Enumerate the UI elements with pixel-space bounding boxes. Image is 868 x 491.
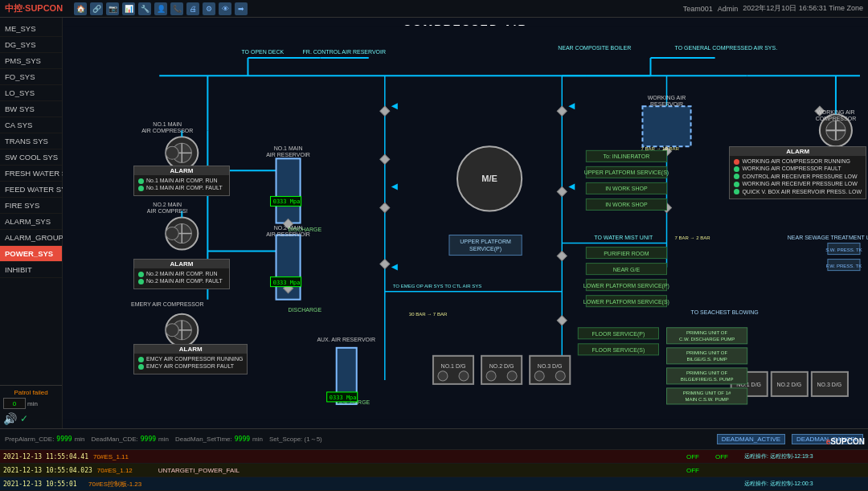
alarm-state1-2: OFF	[686, 467, 710, 474]
deadman-active-button[interactable]: DEADMAN_ACTIVE	[717, 434, 785, 444]
sidebar-item-ca-sys[interactable]: CA SYS	[0, 117, 62, 133]
alarm-box-1: ALARM No.1 MAIN AIR COMP. RUN No.1 MAIN …	[133, 166, 230, 196]
sidebar-item-feed-water-sys[interactable]: FEED WATER SYS	[0, 182, 62, 198]
svg-text:NO.2 MAIN: NO.2 MAIN	[153, 202, 182, 207]
svg-point-41	[507, 371, 517, 381]
alarm-row-item-2[interactable]: 2021-12-13 10:55:04.023 70#ES_1.12 UNTAR…	[0, 464, 868, 477]
alarm-text-2-1: No.2 MAIN AIR COMP. RUN	[146, 271, 218, 277]
sidebar-item-trans-sys[interactable]: TRANS SYS	[0, 133, 62, 149]
svg-text:NEAR G/E: NEAR G/E	[613, 267, 641, 272]
sidebar-item-pms-sys[interactable]: PMS_SYS	[0, 53, 62, 69]
patrol-unit: min	[27, 400, 38, 407]
svg-text:PURIFIER ROOM: PURIFIER ROOM	[604, 251, 649, 256]
alarm-row-r-5: QUICK V. BOX AIR RESERVOIR PRESS. LOW	[734, 189, 862, 195]
alarm-row-r-2: WORKING AIR COMPRESSOR FAULT	[734, 166, 862, 172]
deadman-cde-label: DeadMan_CDE:	[92, 436, 138, 443]
check-icon[interactable]: ✓	[20, 413, 28, 424]
alarm-time-2: 2021-12-13 10:55:04.023	[3, 467, 92, 474]
alarm-row-3-1: EMCY AIR COMPRESSOR RUNNING	[138, 356, 243, 362]
alarm-dot-1-1	[138, 178, 144, 184]
svg-text:PRIMING UNIT OF: PRIMING UNIT OF	[686, 330, 728, 335]
alarm-title-2: ALARM	[134, 260, 229, 268]
sidebar-item-power-sys[interactable]: POWER_SYS	[0, 246, 62, 262]
svg-text:TO OPEN DECK: TO OPEN DECK	[241, 49, 284, 55]
alarm-row-item-3[interactable]: 2021-12-13 10:55:01 70#ES控制板-1.23 远程操作: …	[0, 477, 868, 491]
sidebar-item-fo-sys[interactable]: FO_SYS	[0, 69, 62, 85]
deadman-cde-field: DeadMan_CDE: 9999 min	[92, 436, 169, 443]
svg-text:LOWER PLATFORM SERVICE(P): LOWER PLATFORM SERVICE(P)	[583, 283, 669, 289]
alarm-row-item-1[interactable]: 2021-12-13 11:55:04.41 70#ES_1.11 OFF OF…	[0, 450, 868, 464]
alarm-title-3: ALARM	[134, 345, 247, 354]
deadman-settime-value: 9999	[235, 436, 250, 443]
alarm-dot-r-1	[734, 159, 739, 165]
set-scope-label: Set_Scope: (1～5)	[269, 435, 322, 444]
alarm-row-1-1: No.1 MAIN AIR COMP. RUN	[138, 178, 225, 184]
svg-text:NEAR SEWAGE TREATMENT UNIT: NEAR SEWAGE TREATMENT UNIT	[788, 235, 868, 240]
chart-icon[interactable]: 📊	[122, 2, 135, 15]
sidebar-item-alarm-group[interactable]: ALARM_GROUP	[0, 230, 62, 246]
wrench-icon[interactable]: 🔧	[138, 2, 151, 15]
svg-text:NO.2 D/G: NO.2 D/G	[489, 363, 514, 369]
sidebar: ME_SYS DG_SYS PMS_SYS FO_SYS LO_SYS BW S…	[0, 18, 63, 428]
phone-icon[interactable]: 📞	[170, 2, 183, 15]
svg-text:MAIN C.S.W. PUMP: MAIN C.S.W. PUMP	[685, 397, 728, 402]
sidebar-item-me-sys[interactable]: ME_SYS	[0, 21, 62, 37]
patrol-section: Patrol failed min 🔊 ✓	[0, 385, 62, 428]
eye-icon[interactable]: 👁	[219, 2, 231, 15]
prep-alarm-unit: min	[75, 436, 85, 443]
alarm-box-3: ALARM EMCY AIR COMPRESSOR RUNNING EMCY A…	[133, 344, 248, 374]
patrol-label: Patrol failed	[3, 389, 59, 396]
svg-point-40	[486, 371, 496, 381]
svg-text:COMPRESSOR: COMPRESSOR	[816, 116, 857, 121]
sidebar-item-inhibit[interactable]: INHIBIT	[0, 262, 62, 278]
alarm-text-3-1: EMCY AIR COMPRESSOR RUNNING	[146, 356, 243, 362]
sidebar-item-sw-cool-sys[interactable]: SW COOL SYS	[0, 149, 62, 166]
sound-icon[interactable]: 🔊	[3, 412, 17, 425]
alarm-row-r-3: CONTROL AIR RECEIVER PRESSURE LOW	[734, 174, 862, 180]
svg-rect-10	[276, 158, 301, 223]
svg-text:SERVICE(P): SERVICE(P)	[469, 246, 502, 252]
svg-text:FLOOR SERVICE(S): FLOOR SERVICE(S)	[592, 347, 645, 354]
sidebar-item-bw-sys[interactable]: BW SYS	[0, 101, 62, 117]
print-icon[interactable]: 🖨	[186, 2, 199, 15]
svg-text:WORKING AIR: WORKING AIR	[817, 109, 854, 115]
home-icon[interactable]: 🏠	[74, 2, 87, 15]
logout-icon[interactable]: ➡	[235, 2, 248, 15]
statusbar: PrepAlarm_CDE: 9999 min DeadMan_CDE: 999…	[0, 428, 868, 449]
svg-text:NO.1 MAIN: NO.1 MAIN	[274, 145, 303, 151]
svg-rect-38	[481, 356, 522, 384]
svg-text:EMERY AIR COMPRESSOR: EMERY AIR COMPRESSOR	[131, 301, 203, 307]
sidebar-item-dg-sys[interactable]: DG_SYS	[0, 37, 62, 53]
alarm-id-2: 70#ES_1.12	[97, 467, 154, 474]
svg-point-37	[459, 371, 469, 381]
diagram-content: COMPRESSED AIR	[63, 18, 868, 428]
camera-icon[interactable]: 📷	[106, 2, 119, 15]
alarm-title-right: ALARM	[730, 147, 866, 156]
sidebar-item-alarm-sys[interactable]: ALARM_SYS	[0, 214, 62, 230]
svg-text:0333 Mpa: 0333 Mpa	[273, 198, 301, 205]
svg-point-45	[555, 371, 565, 381]
person-icon[interactable]: 👤	[154, 2, 167, 15]
prep-alarm-value: 9999	[56, 436, 72, 443]
patrol-value-input[interactable]	[3, 398, 26, 409]
alarm-text-2-2: No.2 MAIN AIR COMP. FAULT	[146, 278, 223, 284]
svg-text:AUX. AIR RESERVOIR: AUX. AIR RESERVOIR	[317, 337, 375, 342]
sidebar-item-fresh-water-sys[interactable]: FRESH WATER SYS	[0, 166, 62, 182]
svg-text:NO.1 MAIN: NO.1 MAIN	[153, 121, 182, 127]
alarm-desc-2: UNTARGETI_POWER_FAIL	[158, 467, 682, 474]
svg-text:FLOOR SERVICE(P): FLOOR SERVICE(P)	[592, 331, 645, 338]
svg-text:M/E: M/E	[481, 174, 497, 183]
team-id: Team001	[683, 5, 713, 13]
svg-text:IN WORK SHOP: IN WORK SHOP	[605, 186, 648, 191]
svg-text:UPPER PLATFORM: UPPER PLATFORM	[460, 239, 511, 244]
sidebar-item-fire-sys[interactable]: FIRE SYS	[0, 198, 62, 214]
topbar: 中控·SUPCON 🏠 🔗 📷 📊 🔧 👤 📞 🖨 ⚙ 👁 ➡ Team001 …	[0, 0, 868, 18]
svg-text:PRIMING UNIT OF 1#: PRIMING UNIT OF 1#	[683, 391, 731, 395]
alarm-text-r-3: CONTROL AIR RECEIVER PRESSURE LOW	[742, 174, 857, 180]
alarm-dot-2-1	[138, 272, 144, 277]
sidebar-item-lo-sys[interactable]: LO_SYS	[0, 85, 62, 101]
network-icon[interactable]: 🔗	[90, 2, 103, 15]
alarm-row-2-2: No.2 MAIN AIR COMP. FAULT	[138, 278, 225, 284]
gear-icon[interactable]: ⚙	[203, 2, 215, 15]
svg-text:NO.2 D/G: NO.2 D/G	[776, 382, 801, 387]
